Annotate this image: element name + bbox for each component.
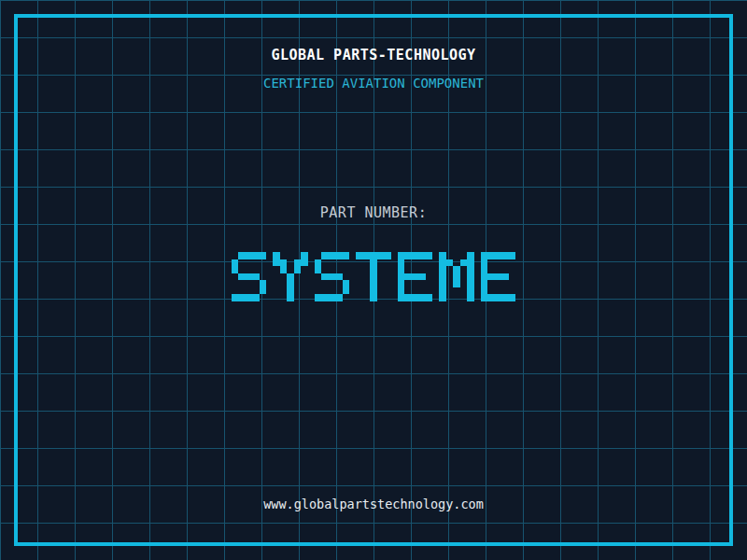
brand-title: GLOBAL PARTS-TECHNOLOGY (0, 49, 747, 63)
part-number-letter (356, 252, 391, 301)
blueprint-grid-background: GLOBAL PARTS-TECHNOLOGY CERTIFIED AVIATI… (0, 0, 747, 560)
part-number-letter (273, 252, 308, 301)
part-number-label: PART NUMBER: (0, 206, 747, 220)
part-number-display (0, 252, 747, 301)
part-number-letter (481, 252, 516, 301)
part-number-letter (315, 252, 350, 301)
part-number-letter (439, 252, 474, 301)
website-url: www.globalpartstechnology.com (0, 498, 747, 511)
part-number-letter (398, 252, 433, 301)
certification-subtitle: CERTIFIED AVIATION COMPONENT (0, 77, 747, 90)
part-number-letter (232, 252, 267, 301)
